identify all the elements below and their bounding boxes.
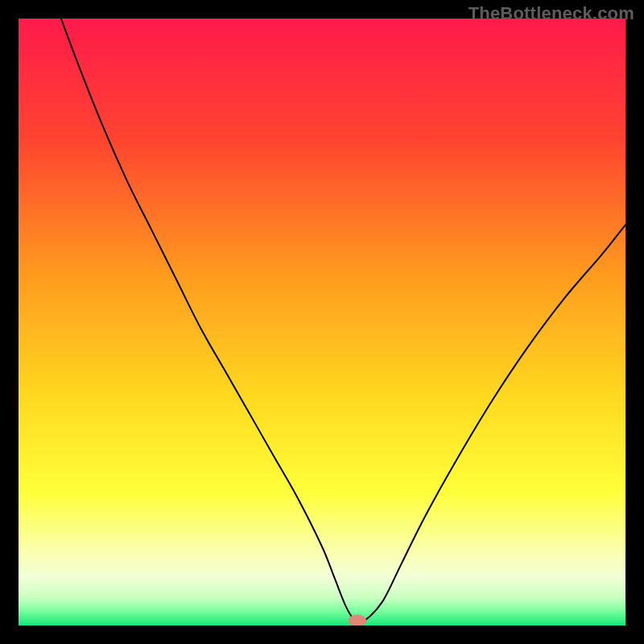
chart-svg [19,19,625,625]
gradient-background [19,19,625,625]
chart-frame: TheBottleneck.com [0,0,644,644]
watermark-text: TheBottleneck.com [469,3,634,24]
plot-area [19,19,625,625]
